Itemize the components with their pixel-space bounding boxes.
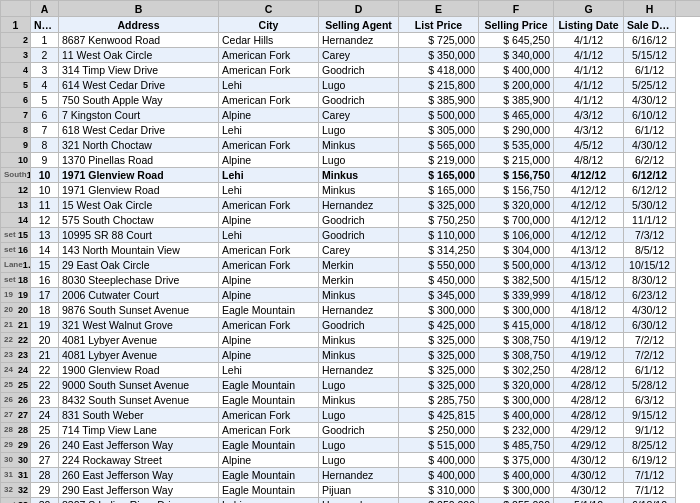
col-listdate[interactable]: 4/30/12: [554, 483, 624, 498]
col-saledate[interactable]: 8/25/12: [624, 438, 676, 453]
col-list[interactable]: $ 450,000: [399, 273, 479, 288]
col-list[interactable]: $ 325,000: [399, 198, 479, 213]
col-agent[interactable]: Minkus: [319, 348, 399, 363]
col-address[interactable]: 8030 Steeplechase Drive: [59, 273, 219, 288]
col-city[interactable]: Eagle Mountain: [219, 483, 319, 498]
col-agent[interactable]: Pijuan: [319, 483, 399, 498]
col-sell[interactable]: $ 232,000: [479, 423, 554, 438]
col-number[interactable]: 12: [31, 213, 59, 228]
col-list[interactable]: $ 550,000: [399, 258, 479, 273]
col-saledate[interactable]: 6/3/12: [624, 393, 676, 408]
col-sell[interactable]: $ 500,000: [479, 258, 554, 273]
col-address[interactable]: 314 Timp View Drive: [59, 63, 219, 78]
col-listdate[interactable]: 4/13/12: [554, 243, 624, 258]
col-listdate[interactable]: 4/28/12: [554, 408, 624, 423]
col-sell[interactable]: $ 385,900: [479, 93, 554, 108]
col-header-c[interactable]: C: [219, 1, 319, 17]
col-city[interactable]: Alpine: [219, 213, 319, 228]
col-sell[interactable]: $ 320,000: [479, 378, 554, 393]
col-agent[interactable]: Carey: [319, 243, 399, 258]
col-city[interactable]: Eagle Mountain: [219, 378, 319, 393]
col-agent[interactable]: Lugo: [319, 123, 399, 138]
table-row[interactable]: 3211 West Oak CircleAmerican ForkCarey$ …: [1, 48, 701, 63]
col-address[interactable]: 1900 Glenview Road: [59, 363, 219, 378]
col-header-a[interactable]: A: [31, 1, 59, 17]
col-address[interactable]: 143 North Mountain View: [59, 243, 219, 258]
col-listdate[interactable]: 4/5/12: [554, 138, 624, 153]
col-agent[interactable]: Lugo: [319, 438, 399, 453]
table-row[interactable]: 303027224 Rockaway StreetAlpineLugo$ 400…: [1, 453, 701, 468]
col-agent[interactable]: Goodrich: [319, 318, 399, 333]
col-agent[interactable]: Minkus: [319, 333, 399, 348]
col-list[interactable]: $ 285,750: [399, 393, 479, 408]
col-address[interactable]: 240 East Jefferson Way: [59, 438, 219, 453]
col-list[interactable]: $ 425,815: [399, 408, 479, 423]
table-row[interactable]: 218687 Kenwood RoadCedar HillsHernandez$…: [1, 33, 701, 48]
col-number[interactable]: 18: [31, 303, 59, 318]
col-listdate[interactable]: 4/12/12: [554, 183, 624, 198]
col-sell[interactable]: $ 320,000: [479, 198, 554, 213]
col-listdate[interactable]: 4/1/12: [554, 93, 624, 108]
col-saledate[interactable]: 6/2/12: [624, 153, 676, 168]
table-row[interactable]: 43314 Timp View DriveAmerican ForkGoodri…: [1, 63, 701, 78]
col-listdate[interactable]: 4/12/12: [554, 198, 624, 213]
col-listdate[interactable]: 4/3/12: [554, 108, 624, 123]
col-city[interactable]: American Fork: [219, 198, 319, 213]
col-list[interactable]: $ 400,000: [399, 468, 479, 483]
col-listdate[interactable]: 4/18/12: [554, 288, 624, 303]
col-city[interactable]: Lehi: [219, 363, 319, 378]
col-sell[interactable]: $ 700,000: [479, 213, 554, 228]
col-sell[interactable]: $ 304,000: [479, 243, 554, 258]
col-saledate[interactable]: 7/2/12: [624, 348, 676, 363]
table-row[interactable]: 2525229000 South Sunset AvenueEagle Moun…: [1, 378, 701, 393]
col-agent[interactable]: Lugo: [319, 453, 399, 468]
col-number[interactable]: 25: [31, 423, 59, 438]
col-address[interactable]: 10995 SR 88 Court: [59, 228, 219, 243]
col-city[interactable]: Alpine: [219, 453, 319, 468]
col-agent[interactable]: Hernandez: [319, 198, 399, 213]
col-agent[interactable]: Goodrich: [319, 423, 399, 438]
table-row[interactable]: 131115 West Oak CircleAmerican ForkHerna…: [1, 198, 701, 213]
col-address[interactable]: 1971 Glenview Road: [59, 168, 219, 183]
col-number[interactable]: 30: [31, 498, 59, 504]
table-row[interactable]: 2222204081 Lybyer AvenueAlpineMinkus$ 32…: [1, 333, 701, 348]
col-address[interactable]: 8687 Kenwood Road: [59, 33, 219, 48]
col-agent[interactable]: Lugo: [319, 78, 399, 93]
col-address[interactable]: 618 West Cedar Drive: [59, 123, 219, 138]
col-listdate[interactable]: 4/15/12: [554, 273, 624, 288]
col-address[interactable]: 2006 Cutwater Court: [59, 288, 219, 303]
col-sell[interactable]: $ 535,000: [479, 138, 554, 153]
col-saledate[interactable]: 7/3/12: [624, 228, 676, 243]
col-address[interactable]: 260 East Jefferson Way: [59, 468, 219, 483]
col-list[interactable]: $ 418,000: [399, 63, 479, 78]
col-saledate[interactable]: 5/15/12: [624, 48, 676, 63]
col-listdate[interactable]: 4/18/12: [554, 303, 624, 318]
col-city[interactable]: American Fork: [219, 318, 319, 333]
col-saledate[interactable]: 6/1/12: [624, 363, 676, 378]
table-row[interactable]: 323229290 East Jefferson WayEagle Mounta…: [1, 483, 701, 498]
table-row[interactable]: 1412575 South ChoctawAlpineGoodrich$ 750…: [1, 213, 701, 228]
col-listdate[interactable]: 4/30/12: [554, 468, 624, 483]
col-city[interactable]: Lehi: [219, 123, 319, 138]
col-saledate[interactable]: 5/25/12: [624, 78, 676, 93]
col-agent[interactable]: Merkin: [319, 273, 399, 288]
col-saledate[interactable]: 8/30/12: [624, 273, 676, 288]
col-city[interactable]: Eagle Mountain: [219, 438, 319, 453]
col-listdate[interactable]: 4/3/12: [554, 123, 624, 138]
col-listdate[interactable]: 4/28/12: [554, 363, 624, 378]
col-number[interactable]: 2: [31, 48, 59, 63]
col-saledate[interactable]: 6/18/12: [624, 498, 676, 504]
col-address[interactable]: 750 South Apple Way: [59, 93, 219, 108]
col-sell[interactable]: $ 300,000: [479, 393, 554, 408]
col-listdate[interactable]: 5/1/12: [554, 498, 624, 504]
col-number[interactable]: 3: [31, 63, 59, 78]
col-address[interactable]: 321 North Choctaw: [59, 138, 219, 153]
col-sell[interactable]: $ 300,000: [479, 483, 554, 498]
col-list[interactable]: $ 725,000: [399, 33, 479, 48]
col-saledate[interactable]: 8/5/12: [624, 243, 676, 258]
col-number[interactable]: 22: [31, 363, 59, 378]
col-agent[interactable]: Minkus: [319, 138, 399, 153]
col-city[interactable]: Lehi: [219, 78, 319, 93]
col-list[interactable]: $ 350,000: [399, 48, 479, 63]
col-number[interactable]: 15: [31, 258, 59, 273]
